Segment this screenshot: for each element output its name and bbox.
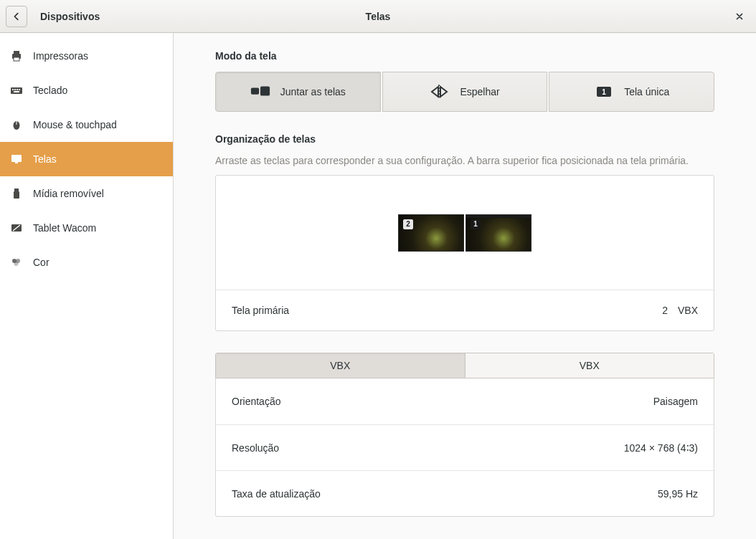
titlebar-left: Dispositivos <box>0 6 174 27</box>
monitor-tile-2[interactable]: 2 <box>398 214 464 252</box>
sidebar-item-keyboard[interactable]: Teclado <box>0 73 173 108</box>
svg-rect-20 <box>251 87 259 94</box>
svg-rect-14 <box>14 191 19 199</box>
monitor-badge: 1 <box>471 219 481 229</box>
mode-label: Tela única <box>624 86 669 97</box>
mode-single-button[interactable]: 1 Tela única <box>549 72 714 112</box>
sidebar-item-label: Cor <box>33 257 49 268</box>
keyboard-icon <box>10 84 23 97</box>
svg-rect-7 <box>19 89 20 90</box>
svg-rect-4 <box>12 89 14 90</box>
tablet-icon <box>10 221 23 234</box>
single-display-icon: 1 <box>594 85 614 99</box>
mode-label: Juntar as telas <box>280 86 346 97</box>
monitor-tile-1[interactable]: 1 <box>466 214 531 252</box>
sidebar-item-label: Impressoras <box>33 50 88 62</box>
monitor-badge: 2 <box>403 219 413 229</box>
primary-display-value: 2 VBX <box>662 305 698 316</box>
primary-display-name: VBX <box>678 305 698 316</box>
primary-display-row[interactable]: Tela primária 2 VBX <box>216 290 714 330</box>
sidebar-item-wacom[interactable]: Tablet Wacom <box>0 211 173 245</box>
usb-icon <box>10 187 23 200</box>
sidebar-item-removable[interactable]: Mídia removível <box>0 176 173 211</box>
sidebar-item-mouse[interactable]: Mouse & touchpad <box>0 108 173 142</box>
chevron-left-icon <box>11 11 22 22</box>
arrangement-box: 2 1 Tela primária 2 VBX <box>215 175 714 331</box>
mouse-icon <box>10 118 23 131</box>
svg-point-19 <box>14 262 19 266</box>
sidebar-item-label: Teclado <box>33 85 67 96</box>
page-title: Telas <box>366 11 391 22</box>
svg-rect-8 <box>14 91 19 92</box>
mode-mirror-button[interactable]: Espelhar <box>382 72 548 112</box>
setting-value: 1024 × 768 (4∶3) <box>624 442 698 454</box>
setting-label: Orientação <box>232 396 280 407</box>
join-displays-icon <box>250 85 270 99</box>
svg-rect-21 <box>260 87 270 96</box>
svg-rect-2 <box>14 57 19 61</box>
sidebar-item-label: Mídia removível <box>33 188 104 199</box>
sidebar-item-displays[interactable]: Telas <box>0 142 173 176</box>
primary-display-num: 2 <box>662 305 668 316</box>
close-icon <box>734 11 745 22</box>
sidebar-item-color[interactable]: Cor <box>0 245 173 280</box>
display-icon <box>10 153 23 166</box>
back-button[interactable] <box>6 6 27 27</box>
svg-rect-6 <box>16 89 18 90</box>
display-mode-title: Modo da tela <box>215 50 714 62</box>
svg-rect-13 <box>14 189 19 191</box>
color-icon <box>10 256 23 269</box>
setting-label: Resolução <box>232 442 279 454</box>
monitor-settings-list: Orientação Paisagem Resolução 1024 × 768… <box>215 378 714 517</box>
titlebar: Dispositivos Telas <box>0 0 756 33</box>
sidebar-item-label: Telas <box>33 153 57 165</box>
sidebar: Impressoras Teclado Mouse & touchpad Tel… <box>0 33 174 539</box>
svg-rect-3 <box>11 87 22 94</box>
svg-rect-5 <box>14 89 16 90</box>
arrangement-area[interactable]: 2 1 <box>216 176 714 290</box>
monitor-tab-2[interactable]: VBX <box>465 353 714 378</box>
setting-resolution[interactable]: Resolução 1024 × 768 (4∶3) <box>216 424 714 470</box>
setting-orientation[interactable]: Orientação Paisagem <box>216 378 714 424</box>
sidebar-item-printers[interactable]: Impressoras <box>0 39 173 73</box>
mode-label: Espelhar <box>460 86 499 97</box>
tab-label: VBX <box>330 360 350 371</box>
display-mode-group: Juntar as telas Espelhar 1 Tela única <box>215 72 714 112</box>
svg-rect-11 <box>11 155 22 162</box>
arrangement-help: Arraste as teclas para corresponder a su… <box>215 155 714 166</box>
tab-label: VBX <box>580 360 600 371</box>
sidebar-item-label: Tablet Wacom <box>33 222 96 234</box>
monitor-tab-1[interactable]: VBX <box>216 353 465 378</box>
svg-rect-12 <box>15 162 18 163</box>
monitor-tab-bar: VBX VBX <box>215 353 714 378</box>
mode-join-button[interactable]: Juntar as telas <box>215 72 381 112</box>
arrangement-title: Organização de telas <box>215 133 714 145</box>
svg-text:1: 1 <box>602 88 606 96</box>
setting-refresh[interactable]: Taxa de atualização 59,95 Hz <box>216 470 714 516</box>
titlebar-right <box>733 10 756 23</box>
close-button[interactable] <box>733 10 746 23</box>
sidebar-item-label: Mouse & touchpad <box>33 119 117 130</box>
svg-rect-1 <box>14 51 19 54</box>
content-area: Modo da tela Juntar as telas Espelhar 1 … <box>174 33 756 539</box>
setting-value: Paisagem <box>653 396 698 407</box>
setting-value: 59,95 Hz <box>658 488 698 500</box>
setting-label: Taxa de atualização <box>232 488 321 500</box>
primary-display-label: Tela primária <box>232 305 289 316</box>
mirror-icon <box>430 85 450 99</box>
printer-icon <box>10 49 23 62</box>
titlebar-left-label: Dispositivos <box>40 11 100 22</box>
